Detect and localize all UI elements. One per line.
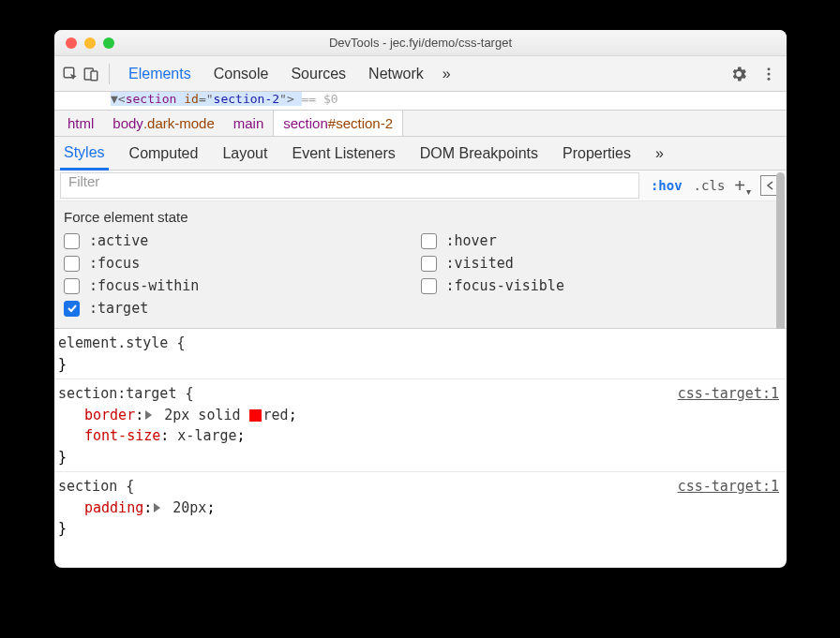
- expand-triangle-icon[interactable]: [154, 503, 160, 512]
- tab-console[interactable]: Console: [202, 56, 280, 91]
- checkbox-icon: [421, 278, 437, 294]
- tab-network[interactable]: Network: [357, 56, 435, 91]
- state-active[interactable]: :active: [64, 232, 421, 249]
- main-toolbar: Elements Console Sources Network »: [54, 56, 787, 92]
- checkbox-icon: [64, 278, 80, 294]
- crumb-main[interactable]: main: [224, 111, 274, 136]
- checkbox-checked-icon: [64, 301, 80, 317]
- subtab-properties[interactable]: Properties: [559, 137, 635, 170]
- subtabs-overflow-button[interactable]: »: [652, 137, 668, 170]
- minimize-icon[interactable]: [84, 37, 96, 49]
- checkbox-icon: [64, 233, 80, 249]
- device-toolbar-icon[interactable]: [81, 64, 101, 84]
- state-focus[interactable]: :focus: [64, 255, 421, 272]
- subtab-event-listeners[interactable]: Event Listeners: [288, 137, 398, 170]
- crumb-body[interactable]: body.dark-mode: [103, 111, 223, 136]
- close-icon[interactable]: [66, 37, 77, 49]
- subtab-dom-breakpoints[interactable]: DOM Breakpoints: [416, 137, 542, 170]
- hov-toggle[interactable]: :hov: [651, 178, 682, 193]
- cls-toggle[interactable]: .cls: [694, 178, 726, 193]
- state-target[interactable]: :target: [64, 300, 421, 317]
- rule-section[interactable]: css-target:1 section { padding: 20px; }: [54, 472, 787, 543]
- filter-row: Filter :hov .cls +▾: [54, 171, 787, 201]
- window-title: DevTools - jec.fyi/demo/css-target: [54, 36, 787, 50]
- styles-panel: Filter :hov .cls +▾ Force element state …: [54, 171, 787, 568]
- titlebar: DevTools - jec.fyi/demo/css-target: [54, 30, 787, 56]
- state-hover[interactable]: :hover: [421, 232, 778, 249]
- devtools-window: DevTools - jec.fyi/demo/css-target Eleme…: [54, 30, 787, 568]
- tab-elements[interactable]: Elements: [117, 56, 202, 91]
- rule-section-target[interactable]: css-target:1 section:target { border: 2p…: [54, 379, 787, 472]
- tabs-overflow-button[interactable]: »: [435, 56, 458, 91]
- crumb-section[interactable]: section#section-2: [273, 110, 403, 136]
- state-visited[interactable]: :visited: [421, 255, 778, 272]
- expand-arrow: ▼: [111, 92, 118, 106]
- toolbar-separator: [109, 64, 110, 84]
- checkbox-icon: [421, 256, 437, 272]
- dom-suffix: == $0: [302, 92, 338, 106]
- svg-point-3: [768, 67, 771, 70]
- breadcrumb: html body.dark-mode main section#section…: [54, 111, 787, 137]
- zoom-icon[interactable]: [103, 37, 114, 49]
- svg-point-4: [768, 72, 771, 75]
- subtab-styles[interactable]: Styles: [60, 138, 109, 171]
- rule-element-style[interactable]: element.style { }: [54, 329, 787, 379]
- rule-source-link[interactable]: css-target:1: [678, 383, 779, 405]
- styles-subtabs: Styles Computed Layout Event Listeners D…: [54, 137, 787, 171]
- filter-input[interactable]: Filter: [60, 172, 639, 199]
- state-focus-within[interactable]: :focus-within: [64, 277, 421, 294]
- gear-icon[interactable]: [727, 62, 751, 86]
- expand-triangle-icon[interactable]: [145, 410, 152, 420]
- rule-source-link[interactable]: css-target:1: [678, 476, 779, 497]
- kebab-menu-icon[interactable]: [757, 62, 781, 86]
- tab-sources[interactable]: Sources: [279, 56, 357, 91]
- inspect-icon[interactable]: [60, 64, 81, 84]
- new-rule-button[interactable]: +▾: [734, 175, 751, 197]
- color-swatch-icon[interactable]: [249, 409, 262, 422]
- subtab-layout[interactable]: Layout: [218, 137, 271, 170]
- force-state-title: Force element state: [64, 209, 777, 225]
- force-state-panel: Force element state :active :hover :focu…: [54, 201, 787, 329]
- checkbox-icon: [64, 256, 80, 272]
- traffic-lights: [54, 37, 114, 49]
- checkbox-icon: [421, 233, 437, 249]
- svg-rect-2: [91, 71, 98, 81]
- crumb-html[interactable]: html: [58, 111, 103, 136]
- dom-tree-strip[interactable]: ▼<section id="section-2"> == $0: [54, 92, 787, 111]
- state-focus-visible[interactable]: :focus-visible: [421, 277, 778, 294]
- subtab-computed[interactable]: Computed: [126, 137, 202, 170]
- svg-point-5: [768, 77, 771, 80]
